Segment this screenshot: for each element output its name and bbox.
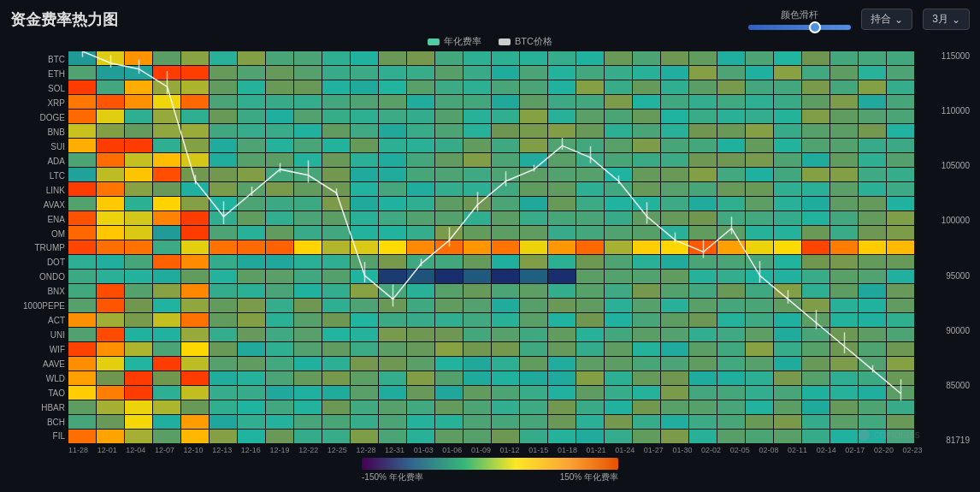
y-label-trump: TRUMP [10, 241, 65, 256]
x-label: 02-14 [817, 446, 836, 454]
y-label-aave: AAVE [10, 357, 65, 371]
price-label-81719: 81719 [946, 436, 970, 470]
x-label: 12-28 [356, 446, 375, 454]
x-label: 02-23 [903, 446, 923, 454]
y-label-xrp: XRP [10, 97, 65, 111]
x-label: 01-18 [558, 446, 577, 454]
x-label: 12-31 [385, 446, 404, 454]
y-label-hbar: HBAR [10, 400, 65, 415]
y-label-fil: FIL [10, 430, 65, 444]
x-label: 01-27 [644, 446, 664, 454]
price-label-85000: 85000 [946, 381, 970, 415]
x-label: 01-15 [528, 446, 548, 454]
y-label-eth: ETH [10, 68, 65, 82]
y-label-doge: DOGE [10, 111, 65, 126]
y-label-bnb: BNB [10, 126, 65, 140]
x-label: 02-17 [845, 446, 865, 454]
price-label-90000: 90000 [946, 326, 970, 360]
y-label-bch: BCH [10, 415, 65, 430]
x-label: 12-13 [212, 446, 232, 454]
y-label-btc: BTC [10, 53, 65, 68]
x-label: 12-19 [269, 446, 289, 454]
x-label: 12-22 [298, 446, 318, 454]
x-label: 01-30 [672, 446, 692, 454]
x-label: 01-09 [471, 446, 491, 454]
legend-color-annual [428, 39, 440, 45]
y-label-link: LINK [10, 183, 65, 198]
x-label: 12-01 [97, 446, 117, 454]
y-label-ada: ADA [10, 154, 65, 169]
heatmap-canvas [68, 51, 915, 444]
gradient-bar [362, 458, 618, 470]
controls-area: 颜色滑杆 持合 ⌄ 3月 ⌄ [748, 9, 970, 30]
x-label: 01-12 [500, 446, 520, 454]
x-label: 02-08 [759, 446, 778, 454]
y-axis-right: 1150001100001050001000009500090000850008… [923, 51, 970, 444]
x-label: 02-02 [701, 446, 721, 454]
watermark: ⬤ coinglass [858, 428, 920, 441]
x-label: 02-11 [788, 446, 807, 454]
y-label-ltc: LTC [10, 169, 65, 183]
x-label: 12-10 [184, 446, 204, 454]
slider-track[interactable] [748, 25, 851, 30]
y-label-avax: AVAX [10, 198, 65, 212]
x-label: 11-28 [68, 446, 88, 454]
x-label: 01-21 [587, 446, 606, 454]
price-label-105000: 105000 [942, 161, 970, 195]
color-slider-label: 颜色滑杆 [781, 9, 818, 21]
y-label-wif: WIF [10, 342, 65, 357]
y-label-dot: DOT [10, 256, 65, 270]
y-label-om: OM [10, 227, 65, 241]
month-select[interactable]: 3月 ⌄ [923, 9, 970, 30]
x-label: 12-16 [241, 446, 261, 454]
x-axis-wrap: 11-2812-0112-0412-0712-1012-1312-1612-19… [68, 446, 923, 454]
x-label: 01-06 [442, 446, 462, 454]
y-label-ena: ENA [10, 212, 65, 227]
y-label-1000pepe: 1000PEPE [10, 299, 65, 314]
x-axis: 11-2812-0112-0412-0712-1012-1312-1612-19… [68, 446, 923, 454]
price-label-115000: 115000 [942, 51, 970, 86]
slider-thumb[interactable] [809, 21, 821, 33]
x-label: 02-20 [874, 446, 894, 454]
x-label: 12-07 [155, 446, 174, 454]
page-title: 资金费率热力图 [10, 9, 118, 30]
y-label-sui: SUI [10, 140, 65, 155]
color-bar-labels: -150% 年化费率 150% 年化费率 [362, 471, 618, 483]
y-label-act: ACT [10, 314, 65, 329]
x-label: 12-04 [126, 446, 145, 454]
legend: 年化费率 BTC价格 [10, 35, 970, 48]
legend-annual-rate: 年化费率 [428, 35, 481, 48]
x-label: 12-25 [328, 446, 347, 454]
color-legend-bar: -150% 年化费率 150% 年化费率 [10, 458, 970, 483]
x-label: 01-24 [615, 446, 635, 454]
legend-btc-price: BTC价格 [499, 35, 552, 48]
y-label-tao: TAO [10, 386, 65, 400]
price-label-110000: 110000 [942, 106, 970, 140]
price-label-95000: 95000 [946, 271, 970, 305]
y-label-wld: WLD [10, 371, 65, 386]
color-slider-control: 颜色滑杆 [748, 9, 851, 30]
y-label-uni: UNI [10, 329, 65, 343]
x-label: 02-05 [730, 446, 750, 454]
price-label-100000: 100000 [942, 216, 970, 250]
legend-color-btc [499, 39, 511, 45]
chart-container: BTCETHSOLXRPDOGEBNBSUIADALTCLINKAVAXENAO… [10, 51, 970, 444]
y-label-bnx: BNX [10, 285, 65, 299]
y-axis-left: BTCETHSOLXRPDOGEBNBSUIADALTCLINKAVAXENAO… [10, 51, 68, 444]
holding-select[interactable]: 持合 ⌄ [861, 9, 912, 30]
y-label-ondo: ONDO [10, 270, 65, 285]
heatmap-area [68, 51, 923, 444]
x-label: 01-03 [414, 446, 434, 454]
y-label-sol: SOL [10, 82, 65, 97]
